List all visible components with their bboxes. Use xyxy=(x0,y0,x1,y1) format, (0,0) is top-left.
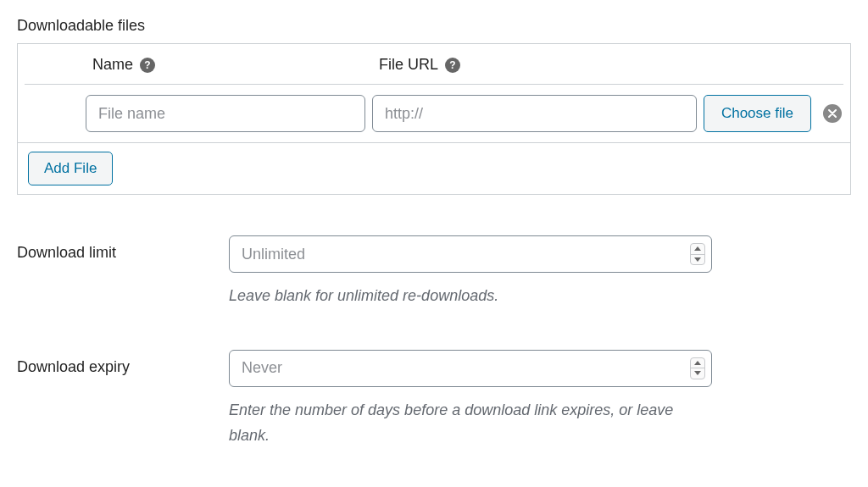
column-header-url: File URL ? xyxy=(379,56,793,74)
download-expiry-input[interactable] xyxy=(229,350,712,387)
downloadable-files-box: Name ? File URL ? Choose file Add File xyxy=(17,43,851,195)
delete-icon[interactable] xyxy=(823,104,842,123)
section-title: Downloadable files xyxy=(17,17,851,35)
name-column-label: Name xyxy=(92,56,133,74)
download-expiry-help: Enter the number of days before a downlo… xyxy=(229,397,712,449)
stepper-up-icon[interactable] xyxy=(691,244,704,255)
number-stepper xyxy=(690,243,705,265)
download-expiry-label: Download expiry xyxy=(17,350,212,376)
files-header-row: Name ? File URL ? xyxy=(25,44,843,85)
file-row: Choose file xyxy=(18,85,850,143)
help-icon[interactable]: ? xyxy=(140,58,155,73)
download-limit-input[interactable] xyxy=(229,235,712,273)
file-name-input[interactable] xyxy=(86,95,365,132)
download-limit-label: Download limit xyxy=(17,235,212,262)
download-expiry-row: Download expiry Enter the number of days… xyxy=(17,350,851,449)
file-url-input[interactable] xyxy=(372,95,697,132)
files-footer: Add File xyxy=(18,143,850,194)
stepper-down-icon[interactable] xyxy=(691,368,704,379)
add-file-button[interactable]: Add File xyxy=(28,152,113,185)
stepper-down-icon[interactable] xyxy=(691,255,704,265)
number-stepper xyxy=(690,357,705,379)
choose-file-button[interactable]: Choose file xyxy=(704,95,811,132)
column-header-name: Name ? xyxy=(92,56,379,74)
download-limit-row: Download limit Leave blank for unlimited… xyxy=(17,235,851,309)
help-icon[interactable]: ? xyxy=(445,58,460,73)
download-limit-help: Leave blank for unlimited re-downloads. xyxy=(229,283,712,309)
url-column-label: File URL xyxy=(379,56,438,74)
stepper-up-icon[interactable] xyxy=(691,358,704,369)
